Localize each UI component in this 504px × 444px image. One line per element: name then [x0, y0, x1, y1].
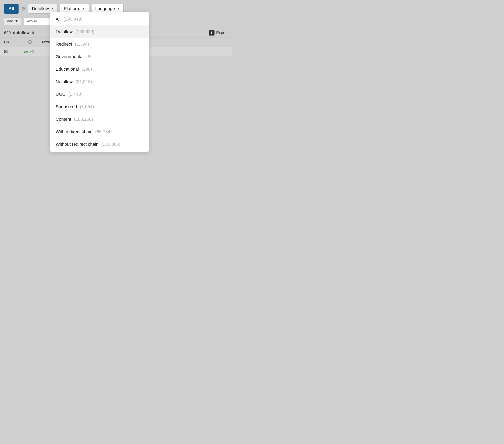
results-suffix: b: [32, 30, 34, 35]
all-button[interactable]: All: [4, 4, 18, 14]
results-text: 629 dofollow b: [4, 30, 34, 35]
row-link[interactable]: seo-1: [24, 49, 34, 54]
dropdown-item[interactable]: Sponsored(1,054): [50, 100, 149, 113]
mode-dropdown[interactable]: ode ▼: [4, 17, 21, 25]
dofollow-label: Dofollow: [32, 6, 49, 11]
mode-label: ode: [7, 19, 13, 23]
export-icon: ⬇: [209, 30, 215, 36]
dropdown-item-label: UGC: [56, 92, 66, 97]
dropdown-item-count: (1,443): [68, 92, 82, 97]
dropdown-item[interactable]: With redirect chain(66,784): [50, 126, 149, 138]
dropdown-item-label: All: [56, 17, 60, 22]
results-count: 629: [4, 30, 11, 35]
dropdown-item-label: Redirect: [56, 41, 72, 47]
dropdown-item-count: (130,065): [101, 142, 120, 147]
dropdown-item-label: Content: [56, 117, 71, 122]
dropdown-item[interactable]: All(196,849): [50, 13, 149, 25]
dropdown-item-count: (298): [82, 67, 92, 72]
col-dr-header: DR: [4, 40, 20, 44]
dropdown-item-label: Educational: [56, 67, 79, 72]
dropdown-item[interactable]: Without redirect chain(130,065): [50, 138, 149, 151]
dropdown-item-label: Governmental: [56, 54, 83, 59]
dropdown-item[interactable]: UGC(1,443): [50, 88, 149, 100]
any-tag-input[interactable]: Any ta: [24, 17, 52, 25]
dropdown-item-label: Without redirect chain: [56, 142, 99, 147]
dropdown-item-count: (31,518): [75, 79, 92, 84]
dropdown-item[interactable]: Content(108,268): [50, 113, 149, 126]
results-type: dofollow: [13, 30, 30, 35]
dropdown-item-label: With redirect chain: [56, 129, 92, 135]
dropdown-item[interactable]: Dofollow(163,629): [50, 25, 149, 38]
chevron-down-icon: ▼: [15, 19, 18, 23]
dropdown-item-count: (163,629): [75, 29, 94, 34]
dropdown-item[interactable]: Redirect(1,394): [50, 38, 149, 50]
settings-button[interactable]: ⚙: [21, 6, 26, 12]
dropdown-item-count: (1,394): [75, 41, 89, 47]
dropdown-item-label: Sponsored: [56, 104, 77, 109]
dropdown-item[interactable]: Nofollow(31,518): [50, 76, 149, 88]
platform-label: Platform: [64, 6, 80, 11]
dropdown-item-count: (8): [86, 54, 92, 59]
dropdown-item-count: (1,054): [80, 104, 94, 109]
row-dr-value: 89: [4, 49, 16, 54]
info-icon: ⓘ: [28, 40, 32, 45]
chevron-down-icon: ▼: [117, 7, 120, 10]
export-label[interactable]: Export: [216, 30, 228, 35]
dropdown-item-count: (66,784): [95, 129, 112, 135]
dofollow-dropdown-menu: All(196,849)Dofollow(163,629)Redirect(1,…: [50, 12, 149, 152]
chevron-down-icon: ▼: [51, 7, 54, 10]
dropdown-item[interactable]: Governmental(8): [50, 50, 149, 63]
export-area: ⬇ Export: [209, 30, 228, 36]
dropdown-item-count: (196,849): [63, 17, 82, 22]
dropdown-item-count: (108,268): [74, 117, 93, 122]
language-label: Language: [95, 6, 115, 11]
dropdown-item-label: Nofollow: [56, 79, 72, 84]
chevron-down-icon: ▼: [82, 7, 85, 10]
dropdown-item[interactable]: Educational(298): [50, 63, 149, 76]
gear-icon: ⚙: [21, 6, 26, 12]
dropdown-item-label: Dofollow: [56, 29, 72, 34]
